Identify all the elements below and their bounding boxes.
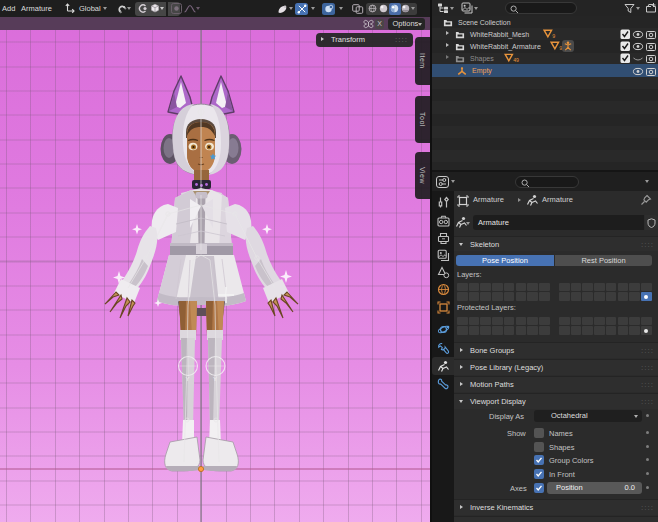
svg-text:9: 9: [552, 33, 555, 39]
svg-text:49: 49: [513, 57, 519, 63]
